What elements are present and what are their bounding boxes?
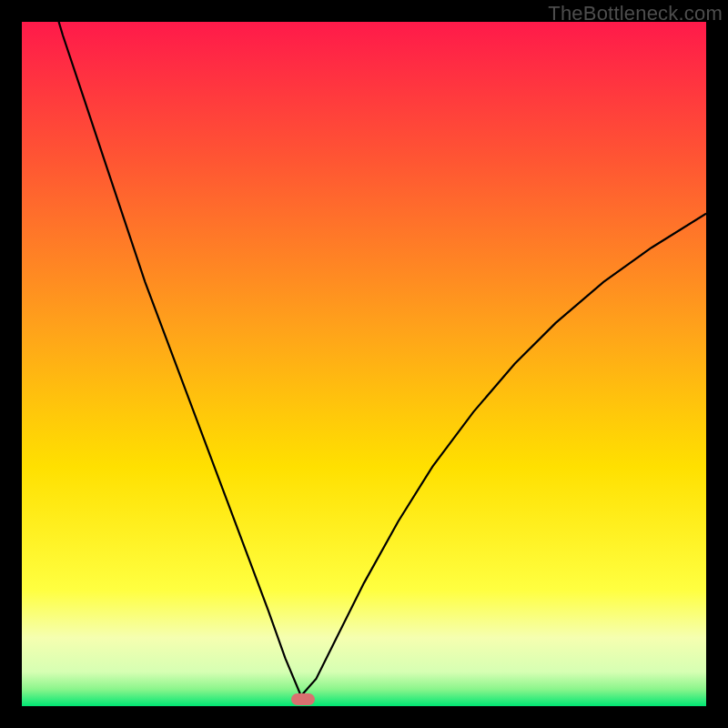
- optimum-marker: [291, 693, 315, 705]
- watermark-text: TheBottleneck.com: [548, 2, 723, 25]
- chart-gradient-background: [22, 22, 706, 706]
- chart-frame: [22, 22, 706, 706]
